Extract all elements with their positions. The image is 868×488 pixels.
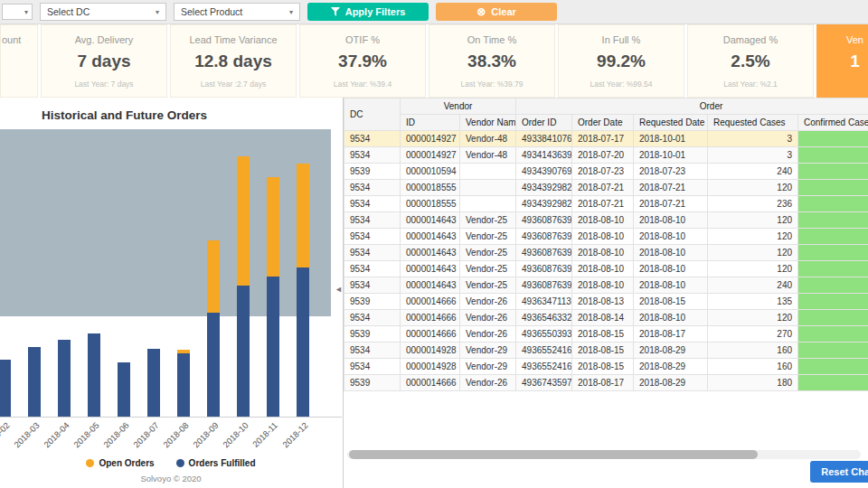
cell: 0000014928 xyxy=(401,343,460,359)
table-row[interactable]: 95340000014927Vendor-4849341436392018-07… xyxy=(344,147,868,164)
panel-collapse-handle[interactable]: ◄ xyxy=(335,285,343,294)
col-header-requested-date[interactable]: Requested Date xyxy=(634,115,708,131)
cell: 4934143639 xyxy=(516,147,572,164)
orders-fulfilled-segment xyxy=(237,286,250,417)
kpi-footnote: Last Year :2.7 days xyxy=(171,80,296,89)
chart-legend: Open OrdersOrders Fulfilled xyxy=(0,458,342,468)
cell: Vendor-26 xyxy=(460,294,516,310)
cell: Vendor-25 xyxy=(460,261,516,277)
orders-table: DCVendorOrderIDVendor NameOrder IDOrder … xyxy=(344,98,868,391)
orders-fulfilled-segment xyxy=(58,340,71,417)
cell xyxy=(798,375,868,391)
table-row[interactable]: 95340000014928Vendor-2949365524162018-08… xyxy=(344,359,868,375)
col-header-order-id[interactable]: Order ID xyxy=(516,115,572,131)
cell: 2018-08-10 xyxy=(634,212,708,229)
table-row[interactable]: 95340000014666Vendor-2649365463322018-08… xyxy=(344,310,868,326)
cell: 4936743597 xyxy=(516,375,572,391)
cell: 2018-07-23 xyxy=(634,164,708,180)
table-row[interactable]: 95340000014643Vendor-2549360876392018-08… xyxy=(344,245,868,261)
cell: 9539 xyxy=(344,164,401,180)
table-row[interactable]: 95390000014666Vendor-2649367435972018-08… xyxy=(344,375,868,391)
col-header-id[interactable]: ID xyxy=(401,115,460,131)
clear-button[interactable]: ⊗ Clear xyxy=(436,3,557,21)
reset-chart-button[interactable]: Reset Cha xyxy=(810,461,868,483)
cell: 2018-10-01 xyxy=(634,147,708,164)
cell: 2018-08-10 xyxy=(634,310,708,326)
table-row[interactable]: 9539000001059449343907692018-07-232018-0… xyxy=(344,164,868,180)
table-row[interactable]: 95340000014927Vendor-4849338410762018-07… xyxy=(344,131,868,147)
cell: 2018-08-10 xyxy=(572,212,634,229)
kpi-title: In Full % xyxy=(559,34,684,45)
cell: 2018-07-21 xyxy=(572,196,634,212)
cell xyxy=(460,180,516,196)
header-columns-row: IDVendor NameOrder IDOrder DateRequested… xyxy=(344,115,868,131)
bar-group-2018-06: 2018-06 xyxy=(108,129,138,417)
table-row[interactable]: 9534000001855549343929822018-07-212018-0… xyxy=(344,180,868,196)
kpi-title: Lead Time Variance xyxy=(171,34,296,45)
orders-fulfilled-segment xyxy=(88,333,100,417)
table-row[interactable]: 95340000014928Vendor-2949365524162018-08… xyxy=(344,343,868,359)
cell: Vendor-48 xyxy=(460,147,516,164)
chevron-down-icon: ▾ xyxy=(289,8,293,16)
cell: 0000014643 xyxy=(401,212,460,229)
cell: 4934392982 xyxy=(516,180,572,196)
cell: 180 xyxy=(708,375,798,391)
x-axis-label: 2018-11 xyxy=(250,420,279,449)
col-header-confirmed-cases[interactable]: Confirmed Cases xyxy=(798,115,868,131)
x-axis-label: 2018-05 xyxy=(71,420,100,449)
table-body: 95340000014927Vendor-4849338410762018-07… xyxy=(344,131,868,391)
cell: 2018-08-17 xyxy=(634,326,708,343)
legend-dot-icon xyxy=(176,459,184,467)
cell: Vendor-29 xyxy=(460,343,516,359)
col-header-dc[interactable]: DC xyxy=(344,99,401,131)
table-row[interactable]: 95340000014643Vendor-2549360876392018-08… xyxy=(344,277,868,294)
table-row[interactable]: 95390000014666Vendor-2649363471132018-08… xyxy=(344,294,868,310)
header-group-row: DCVendorOrder xyxy=(344,99,868,115)
table-row[interactable]: 95340000014643Vendor-2549360876392018-08… xyxy=(344,212,868,229)
stacked-bar xyxy=(28,347,41,417)
cell: 4933841076 xyxy=(516,131,572,147)
bar-group-2018-05: 2018-05 xyxy=(79,129,108,417)
cell: 2018-08-15 xyxy=(572,359,634,375)
cell xyxy=(798,294,868,310)
cell xyxy=(798,229,868,245)
cell: 0000014928 xyxy=(401,359,460,375)
table-row[interactable]: 95340000014643Vendor-2549360876392018-08… xyxy=(344,261,868,277)
cell: 9534 xyxy=(344,212,401,229)
table-row[interactable]: 95340000014643Vendor-2549360876392018-08… xyxy=(344,229,868,245)
credit-text: Solvoyo © 2020 xyxy=(0,474,342,483)
cell: 4934392982 xyxy=(516,196,572,212)
col-header-vendor-name[interactable]: Vendor Name xyxy=(460,115,516,131)
cell: 120 xyxy=(708,229,798,245)
product-select[interactable]: Select Product ▾ xyxy=(174,3,300,21)
cell: 2018-08-10 xyxy=(572,245,634,261)
cell: 9534 xyxy=(344,131,401,147)
cell: Vendor-25 xyxy=(460,212,516,229)
kpi-value: 99.2% xyxy=(559,52,684,71)
col-header-requested-cases[interactable]: Requested Cases xyxy=(708,115,798,131)
cell: 9534 xyxy=(344,229,401,245)
cell: 9534 xyxy=(344,277,401,294)
dc-select[interactable]: Select DC ▾ xyxy=(40,3,166,21)
scrollbar-thumb[interactable] xyxy=(349,450,758,459)
x-axis-label: 2018-09 xyxy=(191,420,220,449)
bar-group-2018-08: 2018-08 xyxy=(168,129,198,417)
col-header-order-date[interactable]: Order Date xyxy=(572,115,634,131)
cell: 4936550393 xyxy=(516,326,572,343)
cell xyxy=(798,147,868,164)
cell: 2018-07-21 xyxy=(634,180,708,196)
table-row[interactable]: 95390000014666Vendor-2649365503932018-08… xyxy=(344,326,868,343)
legend-item: Open Orders xyxy=(86,458,154,468)
cell: 9534 xyxy=(344,147,401,164)
product-select-label: Select Product xyxy=(181,6,242,17)
bar-group-2018-11: 2018-11 xyxy=(258,129,288,417)
horizontal-scrollbar[interactable] xyxy=(347,450,861,459)
cell xyxy=(798,212,868,229)
cutoff-select[interactable]: ▾ xyxy=(2,4,33,20)
x-axis-label: 2018-07 xyxy=(131,420,160,449)
table-row[interactable]: 9534000001855549343929822018-07-212018-0… xyxy=(344,196,868,212)
cell xyxy=(798,131,868,147)
apply-filters-button[interactable]: Apply Filters xyxy=(307,3,429,21)
cell xyxy=(798,343,868,359)
kpi-footnote: Last Year: %39.79 xyxy=(429,80,554,89)
